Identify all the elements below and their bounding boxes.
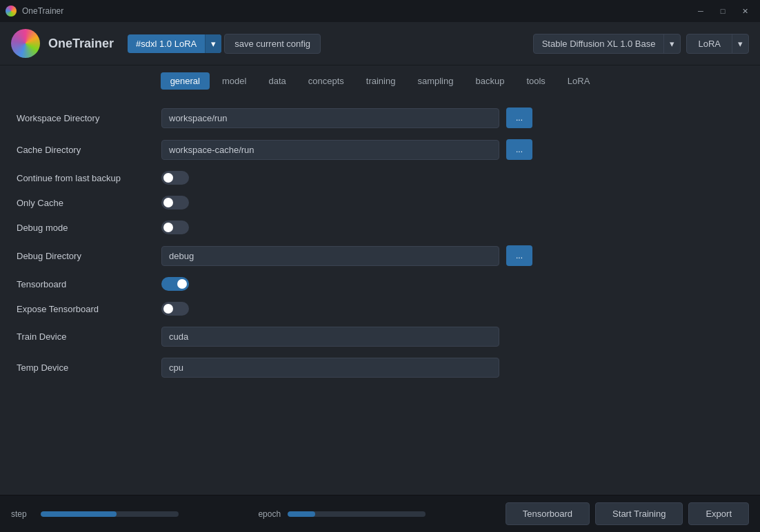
tensorboard-toggle-switch[interactable] [161,277,189,291]
tensorboard-track[interactable] [161,277,189,291]
debug-mode-toggle[interactable] [161,221,189,234]
tab-training[interactable]: training [357,72,406,90]
tensorboard-button[interactable]: Tensorboard [506,502,590,525]
expose-tensorboard-track[interactable] [161,302,189,316]
bottom-buttons: Tensorboard Start Training Export [506,502,749,525]
workspace-dir-input[interactable] [161,108,499,128]
debug-mode-track[interactable] [161,221,189,234]
start-training-button[interactable]: Start Training [595,502,683,525]
header-left: #sdxl 1.0 LoRA ▾ save current config [128,34,321,54]
save-config-button[interactable]: save current config [224,34,321,54]
step-progress-fill [41,511,117,517]
continue-backup-track[interactable] [161,171,189,185]
debug-dir-input[interactable] [161,246,499,266]
config-dropdown[interactable]: #sdxl 1.0 LoRA ▾ [128,34,221,53]
expose-tensorboard-thumb [163,304,173,314]
workspace-dir-browse-button[interactable]: ... [506,108,532,128]
epoch-label: epoch [258,509,282,519]
epoch-progress-fill [288,511,315,517]
train-device-label: Train Device [17,331,154,342]
cache-dir-label: Cache Directory [17,145,154,155]
app-icon-small [6,6,17,17]
debug-mode-toggle-switch[interactable] [161,221,189,234]
tab-tools[interactable]: tools [517,72,554,90]
model-dropdown-arrow-icon[interactable]: ▾ [663,34,680,53]
config-dropdown-label[interactable]: #sdxl 1.0 LoRA [128,34,205,53]
tab-sampling[interactable]: sampling [408,72,463,90]
epoch-progress-track [288,511,426,517]
expose-tensorboard-toggle-switch[interactable] [161,302,189,316]
epoch-progress-group: epoch [258,509,494,519]
tabs: general model data concepts training sam… [0,65,760,96]
debug-dir-row: Debug Directory ... [17,245,743,266]
titlebar-app-name: OneTrainer [22,6,63,16]
only-cache-track[interactable] [161,196,189,209]
workspace-dir-label: Workspace Directory [17,113,154,123]
only-cache-row: Only Cache [17,196,743,209]
app-name: OneTrainer [48,37,114,51]
tab-lora[interactable]: LoRA [558,72,600,90]
expose-tensorboard-label: Expose Tensorboard [17,304,154,314]
model-dropdown[interactable]: Stable Diffusion XL 1.0 Base ▾ [533,34,681,54]
main-content: Workspace Directory ... Cache Directory … [0,96,760,495]
cache-dir-browse-button[interactable]: ... [506,139,532,160]
tensorboard-label: Tensorboard [17,279,154,289]
header: OneTrainer #sdxl 1.0 LoRA ▾ save current… [0,22,760,65]
continue-backup-toggle-switch[interactable] [161,171,189,185]
expose-tensorboard-toggle[interactable] [161,302,189,316]
tab-general[interactable]: general [161,72,210,90]
temp-device-input[interactable] [161,358,499,378]
only-cache-label: Only Cache [17,198,154,208]
titlebar-controls: ─ □ ✕ [691,4,754,18]
workspace-dir-row: Workspace Directory ... [17,108,743,128]
tab-model[interactable]: model [212,72,256,90]
tab-data[interactable]: data [259,72,295,90]
continue-backup-row: Continue from last backup [17,171,743,185]
lora-dropdown[interactable]: LoRA ▾ [686,34,749,54]
debug-mode-thumb [163,223,173,232]
titlebar: OneTrainer ─ □ ✕ [0,0,760,22]
debug-dir-browse-button[interactable]: ... [506,245,532,266]
step-progress-group: step [11,509,247,519]
app-logo [11,29,40,58]
tab-backup[interactable]: backup [466,72,514,90]
debug-mode-row: Debug mode [17,221,743,234]
continue-backup-label: Continue from last backup [17,173,154,183]
close-button[interactable]: ✕ [735,4,754,18]
model-dropdown-label[interactable]: Stable Diffusion XL 1.0 Base [534,34,664,53]
tensorboard-thumb [177,279,187,289]
step-label: step [11,509,35,519]
only-cache-toggle[interactable] [161,196,189,209]
export-button[interactable]: Export [688,502,749,525]
maximize-button[interactable]: □ [713,4,732,18]
cache-dir-input[interactable] [161,140,499,160]
only-cache-thumb [163,198,173,207]
train-device-row: Train Device [17,327,743,347]
tensorboard-toggle[interactable] [161,277,189,291]
only-cache-toggle-switch[interactable] [161,196,189,209]
tensorboard-row: Tensorboard [17,277,743,291]
step-progress-track [41,511,179,517]
debug-mode-label: Debug mode [17,223,154,233]
titlebar-left: OneTrainer [6,6,63,17]
temp-device-row: Temp Device [17,358,743,378]
config-dropdown-arrow[interactable]: ▾ [205,34,221,53]
continue-backup-thumb [163,173,173,183]
temp-device-label: Temp Device [17,362,154,373]
minimize-button[interactable]: ─ [691,4,710,18]
lora-dropdown-arrow-icon[interactable]: ▾ [732,34,748,53]
train-device-input[interactable] [161,327,499,347]
continue-backup-toggle[interactable] [161,171,189,185]
cache-dir-row: Cache Directory ... [17,139,743,160]
tab-concepts[interactable]: concepts [299,72,354,90]
lora-dropdown-label[interactable]: LoRA [687,34,732,53]
header-right: Stable Diffusion XL 1.0 Base ▾ LoRA ▾ [533,34,749,54]
debug-dir-label: Debug Directory [17,251,154,261]
expose-tensorboard-row: Expose Tensorboard [17,302,743,316]
bottom-bar: step epoch Tensorboard Start Training Ex… [0,495,760,532]
